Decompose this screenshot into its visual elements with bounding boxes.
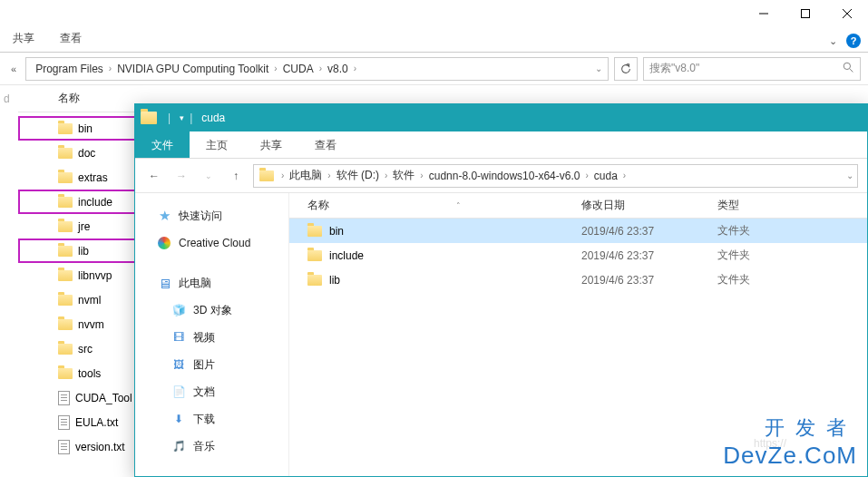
crumb-segment[interactable]: 此电脑 <box>286 168 326 183</box>
titlebar-divider: | <box>184 112 198 124</box>
crumb-segment[interactable]: NVIDIA GPU Computing Toolkit <box>113 63 272 75</box>
nav-label: Creative Cloud <box>179 237 250 249</box>
library-icon: ⬇ <box>171 412 186 426</box>
search-icon[interactable] <box>843 62 854 76</box>
item-label: extras <box>78 171 108 184</box>
chevron-right-icon: › <box>326 170 332 180</box>
folder-icon <box>58 319 73 330</box>
parent-ribbon: 共享 查看 ⌄ ? <box>0 27 868 53</box>
nav-pc-child[interactable]: 🧊3D 对象 <box>135 297 288 324</box>
ribbon-collapse-icon[interactable]: ⌄ <box>829 35 837 47</box>
file-type: 文件夹 <box>717 248 867 263</box>
file-type: 文件夹 <box>717 223 867 238</box>
file-icon <box>58 440 70 454</box>
chevron-right-icon: › <box>272 63 278 73</box>
library-icon: 🖼 <box>171 357 186 372</box>
folder-icon <box>307 226 322 237</box>
column-header-date[interactable]: 修改日期 <box>581 198 717 213</box>
nav-pc-child[interactable]: 🖼图片 <box>135 351 288 378</box>
library-icon: 📄 <box>171 385 186 399</box>
child-breadcrumb[interactable]: › 此电脑› 软件 (D:)› 软件› cudnn-8.0-windows10-… <box>253 164 858 188</box>
item-label: version.txt <box>75 441 125 453</box>
nav-label: 此电脑 <box>179 276 211 291</box>
folder-icon <box>307 275 322 286</box>
nav-pc-child[interactable]: ⬇下载 <box>135 405 288 433</box>
crumb-segment[interactable]: cuda <box>590 170 621 182</box>
nav-this-pc[interactable]: 🖥此电脑 <box>135 269 288 297</box>
folder-icon <box>307 250 322 261</box>
crumb-segment[interactable]: CUDA <box>279 63 317 75</box>
search-placeholder: 搜索"v8.0" <box>649 61 699 76</box>
close-button[interactable] <box>826 0 868 27</box>
crumb-segment[interactable]: cudnn-8.0-windows10-x64-v6.0 <box>425 170 584 182</box>
refresh-button[interactable] <box>614 57 638 81</box>
help-icon[interactable]: ? <box>846 34 861 48</box>
nav-pc-child[interactable]: 🎵音乐 <box>135 433 288 460</box>
nav-forward-button[interactable]: → <box>171 166 191 186</box>
nav-label: 视频 <box>193 330 215 346</box>
item-label: EULA.txt <box>75 416 118 429</box>
crumb-segment[interactable]: 软件 <box>389 168 418 183</box>
nav-label: 文档 <box>193 385 215 400</box>
chevron-down-icon[interactable]: ⌄ <box>595 63 602 73</box>
minimize-button[interactable] <box>743 0 785 27</box>
chevron-right-icon: › <box>418 170 424 180</box>
item-label: nvml <box>78 294 101 307</box>
folder-icon <box>141 112 157 124</box>
item-label: doc <box>78 147 95 160</box>
file-date: 2019/4/6 23:37 <box>581 274 717 287</box>
nav-up-button[interactable]: ↑ <box>226 166 246 186</box>
nav-quick-access[interactable]: ★快速访问 <box>135 202 288 229</box>
window-title: cuda <box>201 112 225 124</box>
star-icon: ★ <box>157 209 171 223</box>
folder-icon <box>58 172 73 183</box>
chevron-right-icon: › <box>383 170 389 180</box>
table-row[interactable]: include2019/4/6 23:37文件夹 <box>289 243 867 268</box>
column-header-type[interactable]: 类型 <box>717 198 867 213</box>
maximize-button[interactable] <box>785 0 826 27</box>
file-name: lib <box>329 274 340 287</box>
column-header-name[interactable]: 名称˄ <box>289 198 581 213</box>
folder-icon <box>58 221 73 232</box>
file-date: 2019/4/6 23:37 <box>581 225 717 238</box>
nav-pc-child[interactable]: 📄文档 <box>135 378 288 405</box>
svg-rect-1 <box>802 10 810 18</box>
titlebar-divider: | <box>162 112 176 124</box>
nav-pc-child[interactable]: 🎞视频 <box>135 324 288 351</box>
chevron-right-icon: › <box>279 170 286 180</box>
nav-creative-cloud[interactable]: Creative Cloud <box>135 229 288 257</box>
sort-indicator-icon: ˄ <box>456 201 461 210</box>
ribbon-tab-view[interactable]: 查看 <box>298 131 353 158</box>
search-input[interactable]: 搜索"v8.0" <box>643 57 861 81</box>
ribbon-tab-file[interactable]: 文件 <box>135 131 190 158</box>
nav-label: 快速访问 <box>179 209 222 224</box>
folder-icon <box>58 197 73 208</box>
chevron-right-icon: › <box>583 170 590 180</box>
ribbon-tab-view[interactable]: 查看 <box>47 25 94 52</box>
file-name: include <box>329 249 364 262</box>
nav-label: 图片 <box>193 357 215 373</box>
crumb-segment[interactable]: 软件 (D:) <box>333 168 383 183</box>
nav-back-button[interactable]: ← <box>144 166 164 186</box>
left-trunc-label: d <box>0 85 18 105</box>
chevron-down-icon[interactable]: ⌄ <box>846 170 853 180</box>
folder-icon <box>58 246 73 257</box>
file-type: 文件夹 <box>717 272 867 287</box>
ribbon-tab-home[interactable]: 主页 <box>190 131 244 158</box>
ribbon-tab-share[interactable]: 共享 <box>244 131 298 158</box>
child-titlebar[interactable]: | ▾ | cuda <box>135 104 867 131</box>
crumb-segment[interactable]: v8.0 <box>324 63 352 75</box>
library-icon: 🎞 <box>171 330 186 345</box>
item-label: nvvm <box>78 318 104 331</box>
ribbon-tab-share[interactable]: 共享 <box>0 25 47 52</box>
nav-recent-dropdown[interactable]: ⌄ <box>199 166 219 186</box>
table-row[interactable]: lib2019/4/6 23:37文件夹 <box>289 268 867 292</box>
nav-history-icon[interactable]: « <box>7 63 20 74</box>
watermark: 开发者 DevZe.CoM <box>723 414 857 470</box>
chevron-right-icon: › <box>621 170 628 180</box>
folder-icon <box>58 123 73 134</box>
crumb-segment[interactable]: Program Files <box>32 63 107 75</box>
nav-label: 下载 <box>193 412 215 427</box>
parent-breadcrumb[interactable]: Program Files› NVIDIA GPU Computing Tool… <box>25 57 609 81</box>
table-row[interactable]: bin2019/4/6 23:37文件夹 <box>289 219 867 243</box>
